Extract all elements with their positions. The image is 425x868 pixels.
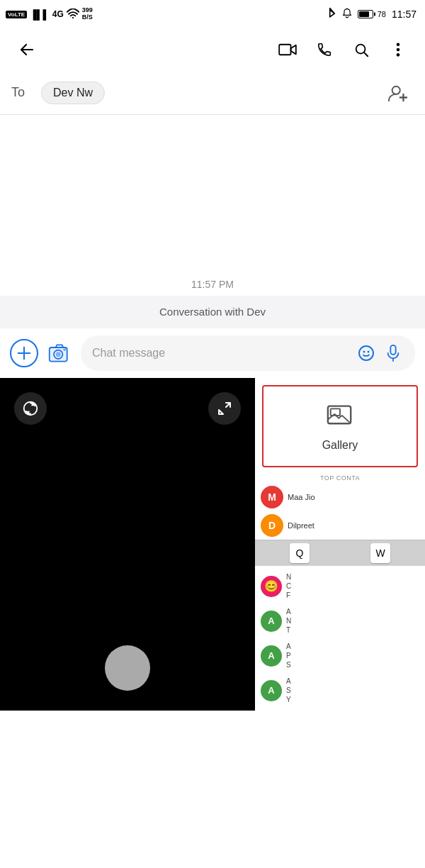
emoji-button[interactable] <box>356 343 377 364</box>
status-time: 11:57 <box>392 9 416 20</box>
speed-text: 399 B/S <box>82 7 93 21</box>
wifi-icon <box>67 9 79 21</box>
conversation-info: Conversation with Dev <box>0 296 425 328</box>
top-contacts-label: TOP CONTA <box>255 472 425 483</box>
media-section: Gallery TOP CONTA M Maa Jio D Dilpreet Q… <box>0 378 425 711</box>
status-bar: VoLTE ▐▌▌ 4G 399 B/S 78 11:57 <box>0 0 425 28</box>
contact-avatar-maa: M <box>261 486 283 508</box>
to-label: To <box>11 85 33 100</box>
camera-preview <box>0 378 255 711</box>
more-contact-info-2: ANT <box>286 607 291 635</box>
side-panel: Gallery TOP CONTA M Maa Jio D Dilpreet Q… <box>255 378 425 711</box>
svg-rect-2 <box>279 45 290 55</box>
more-contact-avatar-1: 😊 <box>261 576 282 597</box>
search-button[interactable] <box>346 34 377 65</box>
bluetooth-icon <box>328 7 336 22</box>
more-contact-info-3: APS <box>286 642 291 669</box>
svg-rect-21 <box>390 345 395 355</box>
svg-point-8 <box>392 86 400 94</box>
battery-indicator: 78 <box>358 10 386 18</box>
svg-point-19 <box>363 351 366 353</box>
add-attachment-button[interactable] <box>10 339 38 367</box>
gallery-icon <box>327 401 353 433</box>
svg-line-4 <box>364 52 368 56</box>
key-q[interactable]: Q <box>290 543 310 563</box>
more-contact-4[interactable]: A ASY <box>255 673 425 708</box>
more-contact-1[interactable]: 😊 NCF <box>255 569 425 603</box>
phone-call-button[interactable] <box>309 34 340 65</box>
contact-item-maa[interactable]: M Maa Jio <box>255 483 425 511</box>
svg-point-5 <box>397 43 400 46</box>
status-left: VoLTE ▐▌▌ 4G 399 B/S <box>6 7 93 21</box>
camera-expand-button[interactable] <box>208 392 241 425</box>
volte-badge: VoLTE <box>6 11 27 18</box>
timestamp-label: 11:57 PM <box>191 265 234 296</box>
recipient-chip[interactable]: Dev Nw <box>41 82 105 104</box>
more-contact-info-1: NCF <box>286 572 291 600</box>
contact-avatar-dilpreet: D <box>261 514 283 537</box>
svg-rect-17 <box>63 349 66 351</box>
message-input-area[interactable]: Chat message <box>81 335 415 371</box>
more-contact-info-4: ASY <box>286 677 291 704</box>
contact-name-dilpreet: Dilpreet <box>288 521 314 530</box>
input-bar: Chat message <box>0 328 425 378</box>
more-contact-avatar-4: A <box>261 680 282 701</box>
camera-attach-button[interactable] <box>45 339 74 367</box>
battery-percent: 78 <box>378 10 386 18</box>
add-contact-button[interactable] <box>382 77 414 108</box>
svg-point-18 <box>359 346 373 360</box>
more-contact-avatar-3: A <box>261 645 282 667</box>
svg-point-20 <box>368 351 370 353</box>
signal-icon: ▐▌▌ <box>30 9 50 20</box>
more-contact-2[interactable]: A ANT <box>255 603 425 638</box>
more-contact-avatar-2: A <box>261 611 282 632</box>
notification-icon <box>342 7 352 22</box>
svg-point-7 <box>397 53 400 57</box>
svg-point-16 <box>56 352 61 357</box>
to-bar: To Dev Nw <box>0 71 425 115</box>
chat-area: 11:57 PM Conversation with Dev <box>0 115 425 328</box>
camera-shutter-button[interactable] <box>105 645 150 691</box>
more-contact-3[interactable]: A APS <box>255 638 425 673</box>
key-w[interactable]: W <box>370 543 390 563</box>
gallery-label: Gallery <box>322 439 358 452</box>
more-contacts-section: 😊 NCF A ANT A APS A ASY <box>255 566 425 711</box>
status-right: 78 11:57 <box>328 7 416 22</box>
video-call-button[interactable] <box>272 34 303 65</box>
contact-name-maa: Maa Jio <box>288 493 315 501</box>
mic-button[interactable] <box>382 343 404 364</box>
signal-4g: 4G <box>52 9 64 19</box>
contact-item-dilpreet[interactable]: D Dilpreet <box>255 511 425 540</box>
keyboard-row: Q W <box>255 540 425 566</box>
camera-flip-button[interactable] <box>14 392 47 425</box>
gallery-tile[interactable]: Gallery <box>262 385 418 467</box>
more-options-button[interactable] <box>382 34 414 65</box>
back-button[interactable] <box>11 34 42 65</box>
top-contacts-section: TOP CONTA M Maa Jio D Dilpreet <box>255 472 425 540</box>
action-bar <box>0 28 425 71</box>
message-placeholder: Chat message <box>92 347 350 360</box>
svg-point-0 <box>72 16 74 18</box>
svg-point-6 <box>397 48 400 52</box>
action-icons <box>272 34 414 65</box>
